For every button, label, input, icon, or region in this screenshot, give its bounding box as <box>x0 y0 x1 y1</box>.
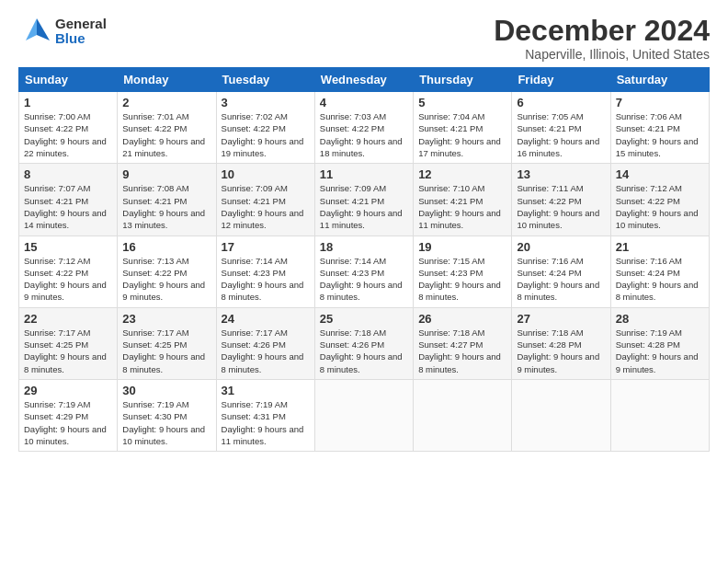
calendar-table: Sunday Monday Tuesday Wednesday Thursday… <box>18 67 710 452</box>
day-info: Sunrise: 7:13 AMSunset: 4:22 PMDaylight:… <box>122 256 205 303</box>
day-info: Sunrise: 7:07 AMSunset: 4:21 PMDaylight:… <box>24 183 107 230</box>
day-info: Sunrise: 7:02 AMSunset: 4:22 PMDaylight:… <box>222 111 304 158</box>
calendar-cell: 17 Sunrise: 7:14 AMSunset: 4:23 PMDaylig… <box>216 236 314 307</box>
day-info: Sunrise: 7:17 AMSunset: 4:25 PMDaylight:… <box>122 327 205 374</box>
page: General Blue December 2024 Naperville, I… <box>0 0 728 563</box>
day-number: 27 <box>517 312 605 326</box>
day-info: Sunrise: 7:01 AMSunset: 4:22 PMDaylight:… <box>122 111 205 158</box>
day-info: Sunrise: 7:10 AMSunset: 4:21 PMDaylight:… <box>418 183 501 230</box>
day-number: 7 <box>616 96 704 109</box>
day-info: Sunrise: 7:03 AMSunset: 4:22 PMDaylight:… <box>320 111 403 158</box>
logo-blue-text: Blue <box>55 31 107 47</box>
calendar-cell: 13 Sunrise: 7:11 AMSunset: 4:22 PMDaylig… <box>512 164 610 236</box>
col-saturday: Saturday <box>610 68 709 92</box>
col-friday: Friday <box>512 68 610 92</box>
calendar-cell: 3 Sunrise: 7:02 AMSunset: 4:22 PMDayligh… <box>216 92 314 164</box>
calendar-cell: 6 Sunrise: 7:05 AMSunset: 4:21 PMDayligh… <box>512 92 610 164</box>
day-info: Sunrise: 7:17 AMSunset: 4:26 PMDaylight:… <box>222 327 304 374</box>
logo-icon <box>18 15 51 48</box>
calendar-cell: 11 Sunrise: 7:09 AMSunset: 4:21 PMDaylig… <box>314 164 413 236</box>
calendar-cell: 27 Sunrise: 7:18 AMSunset: 4:28 PMDaylig… <box>512 307 610 379</box>
day-info: Sunrise: 7:16 AMSunset: 4:24 PMDaylight:… <box>616 256 699 303</box>
col-monday: Monday <box>118 68 216 92</box>
day-number: 2 <box>122 96 210 109</box>
calendar-cell: 16 Sunrise: 7:13 AMSunset: 4:22 PMDaylig… <box>118 236 216 307</box>
day-number: 31 <box>222 384 310 397</box>
day-info: Sunrise: 7:09 AMSunset: 4:21 PMDaylight:… <box>222 183 304 230</box>
calendar-cell: 19 Sunrise: 7:15 AMSunset: 4:23 PMDaylig… <box>414 236 512 307</box>
day-info: Sunrise: 7:18 AMSunset: 4:27 PMDaylight:… <box>418 327 501 374</box>
day-number: 9 <box>122 167 210 181</box>
day-number: 17 <box>222 240 310 254</box>
day-number: 19 <box>418 240 506 254</box>
day-info: Sunrise: 7:19 AMSunset: 4:31 PMDaylight:… <box>222 399 304 446</box>
day-number: 15 <box>24 240 112 254</box>
page-subtitle: Naperville, Illinois, United States <box>494 47 710 62</box>
day-info: Sunrise: 7:14 AMSunset: 4:23 PMDaylight:… <box>222 256 304 303</box>
calendar-cell: 30 Sunrise: 7:19 AMSunset: 4:30 PMDaylig… <box>118 379 216 451</box>
calendar-cell: 10 Sunrise: 7:09 AMSunset: 4:21 PMDaylig… <box>216 164 314 236</box>
calendar-cell: 28 Sunrise: 7:19 AMSunset: 4:28 PMDaylig… <box>610 307 709 379</box>
calendar-cell: 29 Sunrise: 7:19 AMSunset: 4:29 PMDaylig… <box>19 379 118 451</box>
day-number: 10 <box>222 167 310 181</box>
col-thursday: Thursday <box>414 68 512 92</box>
day-number: 28 <box>616 312 704 326</box>
calendar-cell: 22 Sunrise: 7:17 AMSunset: 4:25 PMDaylig… <box>19 307 118 379</box>
col-tuesday: Tuesday <box>216 68 314 92</box>
day-number: 13 <box>517 167 605 181</box>
calendar-cell: 15 Sunrise: 7:12 AMSunset: 4:22 PMDaylig… <box>19 236 118 307</box>
day-number: 20 <box>517 240 605 254</box>
calendar-cell: 4 Sunrise: 7:03 AMSunset: 4:22 PMDayligh… <box>314 92 413 164</box>
day-number: 23 <box>122 312 210 326</box>
day-info: Sunrise: 7:14 AMSunset: 4:23 PMDaylight:… <box>320 256 403 303</box>
calendar-cell: 23 Sunrise: 7:17 AMSunset: 4:25 PMDaylig… <box>118 307 216 379</box>
day-number: 4 <box>320 96 408 109</box>
day-number: 26 <box>418 312 506 326</box>
day-info: Sunrise: 7:08 AMSunset: 4:21 PMDaylight:… <box>122 183 205 230</box>
day-info: Sunrise: 7:04 AMSunset: 4:21 PMDaylight:… <box>418 111 501 158</box>
day-info: Sunrise: 7:18 AMSunset: 4:26 PMDaylight:… <box>320 327 403 374</box>
logo: General Blue <box>18 15 107 48</box>
calendar-cell: 18 Sunrise: 7:14 AMSunset: 4:23 PMDaylig… <box>314 236 413 307</box>
col-wednesday: Wednesday <box>314 68 413 92</box>
day-number: 16 <box>122 240 210 254</box>
day-number: 30 <box>122 384 210 397</box>
calendar-cell: 2 Sunrise: 7:01 AMSunset: 4:22 PMDayligh… <box>118 92 216 164</box>
day-info: Sunrise: 7:00 AMSunset: 4:22 PMDaylight:… <box>24 111 107 158</box>
title-block: December 2024 Naperville, Illinois, Unit… <box>494 15 710 62</box>
calendar-cell: 12 Sunrise: 7:10 AMSunset: 4:21 PMDaylig… <box>414 164 512 236</box>
svg-marker-0 <box>37 18 50 40</box>
header: General Blue December 2024 Naperville, I… <box>18 15 710 62</box>
day-info: Sunrise: 7:12 AMSunset: 4:22 PMDaylight:… <box>24 256 107 303</box>
day-info: Sunrise: 7:06 AMSunset: 4:21 PMDaylight:… <box>616 111 699 158</box>
day-number: 6 <box>517 96 605 109</box>
day-info: Sunrise: 7:12 AMSunset: 4:22 PMDaylight:… <box>616 183 699 230</box>
week-row-2: 8 Sunrise: 7:07 AMSunset: 4:21 PMDayligh… <box>19 164 710 236</box>
day-number: 29 <box>24 384 112 397</box>
calendar-cell: 14 Sunrise: 7:12 AMSunset: 4:22 PMDaylig… <box>610 164 709 236</box>
page-title: December 2024 <box>494 15 710 47</box>
day-number: 12 <box>418 167 506 181</box>
calendar-cell <box>414 379 512 451</box>
day-info: Sunrise: 7:17 AMSunset: 4:25 PMDaylight:… <box>24 327 107 374</box>
calendar-cell: 26 Sunrise: 7:18 AMSunset: 4:27 PMDaylig… <box>414 307 512 379</box>
day-info: Sunrise: 7:15 AMSunset: 4:23 PMDaylight:… <box>418 256 501 303</box>
calendar-cell: 1 Sunrise: 7:00 AMSunset: 4:22 PMDayligh… <box>19 92 118 164</box>
calendar-cell <box>512 379 610 451</box>
col-sunday: Sunday <box>19 68 118 92</box>
svg-marker-1 <box>26 18 37 40</box>
day-number: 1 <box>24 96 112 109</box>
day-info: Sunrise: 7:19 AMSunset: 4:29 PMDaylight:… <box>24 399 107 446</box>
day-number: 14 <box>616 167 704 181</box>
calendar-cell: 20 Sunrise: 7:16 AMSunset: 4:24 PMDaylig… <box>512 236 610 307</box>
calendar-cell <box>314 379 413 451</box>
day-number: 3 <box>222 96 310 109</box>
day-number: 21 <box>616 240 704 254</box>
calendar-cell: 25 Sunrise: 7:18 AMSunset: 4:26 PMDaylig… <box>314 307 413 379</box>
day-number: 5 <box>418 96 506 109</box>
calendar-cell: 9 Sunrise: 7:08 AMSunset: 4:21 PMDayligh… <box>118 164 216 236</box>
day-number: 11 <box>320 167 408 181</box>
day-info: Sunrise: 7:18 AMSunset: 4:28 PMDaylight:… <box>517 327 599 374</box>
calendar-cell: 24 Sunrise: 7:17 AMSunset: 4:26 PMDaylig… <box>216 307 314 379</box>
calendar-cell: 8 Sunrise: 7:07 AMSunset: 4:21 PMDayligh… <box>19 164 118 236</box>
